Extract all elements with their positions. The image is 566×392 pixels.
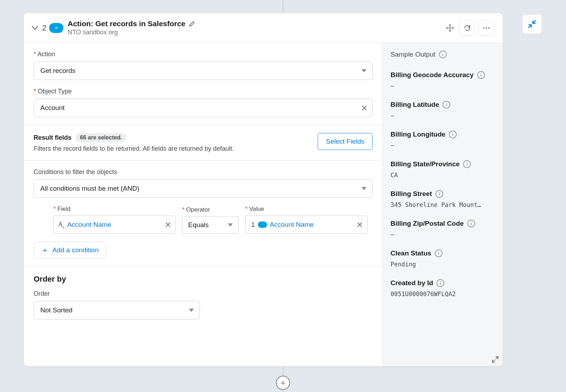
text-type-icon: Aa: [58, 221, 64, 229]
sample-field-value: –: [391, 82, 493, 90]
sample-field-block: Billing Streeti345 Shoreline Park Mount…: [391, 190, 496, 208]
salesforce-pill-icon: [258, 221, 267, 228]
conditions-logic-value: All conditions must be met (AND): [40, 185, 139, 192]
add-condition-button[interactable]: ＋ Add a condition: [34, 242, 106, 259]
condition-field-input[interactable]: Aa Account Name: [53, 215, 176, 234]
expand-pane-icon[interactable]: [492, 356, 498, 363]
clear-condition-field-icon[interactable]: [166, 222, 171, 227]
condition-operator-label: Operator: [182, 206, 239, 213]
info-icon[interactable]: i: [467, 220, 475, 227]
svg-point-0: [483, 27, 485, 29]
info-icon[interactable]: i: [463, 160, 471, 168]
sample-field-block: Billing Longitudei–: [391, 131, 496, 149]
sample-field-name: Billing Street: [391, 190, 432, 198]
condition-value-step-ref: 1: [251, 221, 255, 229]
move-handle-icon[interactable]: [444, 22, 456, 34]
order-by-title: Order by: [34, 275, 372, 284]
result-fields-count-badge: 66 are selected.: [76, 133, 126, 142]
collapse-panel-button[interactable]: [522, 14, 542, 34]
info-icon[interactable]: i: [477, 71, 485, 79]
sample-field-value: 345 Shoreline Park Mount…: [391, 201, 493, 208]
condition-field-value: Account Name: [67, 221, 111, 229]
sample-output-pane: Sample Output i Billing Geocode Accuracy…: [382, 43, 503, 366]
condition-operator-select[interactable]: Equals: [182, 216, 239, 234]
sample-field-block: Billing Zip/Postal Codei–: [391, 220, 496, 238]
result-fields-description: Filters the record fields to be returned…: [34, 145, 311, 152]
card-subtitle: NTO sandbox org: [68, 29, 444, 36]
clear-object-type-icon[interactable]: [362, 105, 367, 111]
sample-field-value: Pending: [391, 261, 493, 268]
result-fields-title: Result fields: [34, 134, 71, 142]
sample-field-block: Billing Latitudei–: [391, 101, 496, 119]
dropdown-triangle-icon: [362, 187, 366, 190]
add-step-button[interactable]: +: [276, 376, 290, 390]
sample-field-value: –: [391, 231, 493, 238]
edit-title-icon[interactable]: [189, 21, 195, 27]
dropdown-triangle-icon: [362, 69, 366, 73]
action-select[interactable]: Get records: [34, 62, 372, 80]
sample-output-title: Sample Output: [391, 51, 435, 58]
sample-field-name: Billing Latitude: [391, 101, 439, 109]
dropdown-triangle-icon: [189, 309, 194, 312]
object-type-input[interactable]: Account: [34, 99, 372, 117]
action-label: Action: [34, 51, 372, 58]
info-icon[interactable]: i: [435, 190, 443, 198]
order-select[interactable]: Not Sorted: [34, 301, 200, 319]
sample-field-value: –: [391, 142, 493, 149]
salesforce-logo-icon: sf: [49, 23, 63, 33]
sample-field-value: CA: [391, 172, 493, 179]
condition-value-text: Account Name: [270, 221, 314, 229]
sample-field-block: Billing Geocode Accuracyi–: [391, 71, 496, 90]
conditions-label: Conditions to filter the objects: [34, 168, 372, 176]
svg-point-1: [486, 27, 487, 29]
object-type-label: Object Type: [34, 88, 372, 95]
sample-field-name: Billing Longitude: [391, 131, 445, 138]
more-menu-button[interactable]: [479, 20, 494, 36]
conditions-logic-select[interactable]: All conditions must be met (AND): [34, 179, 372, 198]
sample-field-value: 0051U0000076WFLQA2: [391, 290, 493, 298]
sample-field-name: Created by Id: [391, 279, 433, 287]
sample-field-value: –: [391, 112, 493, 119]
condition-field-label: Field: [53, 206, 176, 213]
collapse-chevron-icon[interactable]: [30, 23, 40, 33]
step-number: 2: [42, 23, 46, 33]
order-label: Order: [34, 290, 372, 298]
select-fields-button[interactable]: Select Fields: [318, 133, 372, 150]
info-icon[interactable]: i: [435, 249, 443, 257]
condition-operator-value: Equals: [188, 221, 209, 229]
sample-field-name: Billing State/Province: [391, 160, 460, 168]
plus-icon: ＋: [41, 246, 49, 254]
condition-row: Field Aa Account Name Operator Equals: [34, 206, 372, 234]
clear-condition-value-icon[interactable]: [357, 222, 362, 227]
card-header: 2 sf Action: Get records in Salesforce N…: [24, 13, 503, 43]
sample-field-name: Billing Zip/Postal Code: [391, 220, 464, 227]
sample-field-block: Created by Idi0051U0000076WFLQA2: [391, 279, 496, 298]
condition-value-input[interactable]: 1 Account Name: [245, 215, 368, 234]
sample-field-name: Clean Status: [391, 249, 431, 257]
info-icon[interactable]: i: [449, 131, 457, 138]
add-condition-label: Add a condition: [52, 246, 99, 254]
info-icon[interactable]: i: [439, 51, 447, 58]
refresh-button[interactable]: [460, 20, 475, 36]
sample-field-block: Clean StatusiPending: [391, 249, 496, 268]
form-pane: Action Get records Object Type Account: [24, 43, 382, 366]
action-select-value: Get records: [40, 67, 75, 74]
svg-point-2: [488, 27, 490, 29]
sample-field-block: Billing State/ProvinceiCA: [391, 160, 496, 179]
condition-value-label: Value: [245, 206, 368, 213]
action-card: 2 sf Action: Get records in Salesforce N…: [23, 13, 503, 367]
info-icon[interactable]: i: [437, 279, 444, 287]
dropdown-triangle-icon: [228, 224, 233, 227]
card-title: Action: Get records in Salesforce: [68, 19, 185, 28]
sample-field-name: Billing Geocode Accuracy: [391, 71, 474, 79]
object-type-value: Account: [40, 104, 65, 111]
order-select-value: Not Sorted: [40, 306, 73, 314]
info-icon[interactable]: i: [443, 101, 450, 109]
